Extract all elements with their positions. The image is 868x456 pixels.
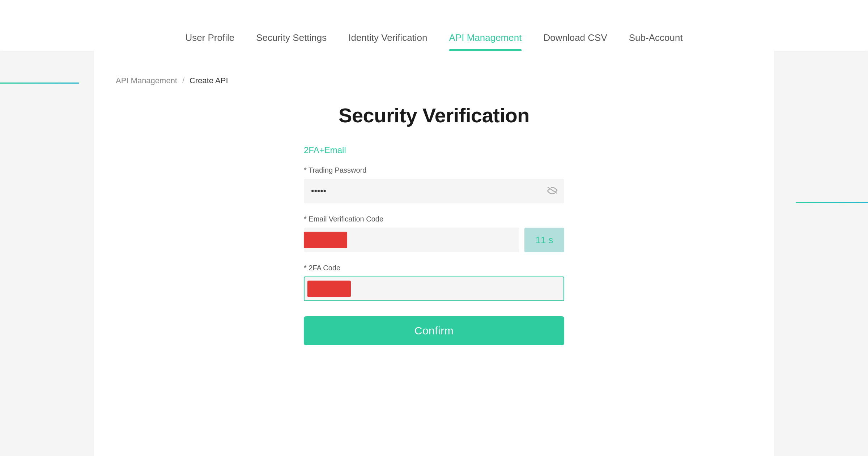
method-label: 2FA+Email	[304, 145, 564, 155]
breadcrumb: API Management / Create API	[94, 65, 774, 96]
nav-items: User Profile Security Settings Identity …	[185, 0, 682, 51]
deco-line-right	[796, 202, 868, 203]
tfa-code-input[interactable]	[304, 276, 564, 301]
nav-item-api-management[interactable]: API Management	[449, 0, 522, 51]
confirm-button[interactable]: Confirm	[304, 316, 564, 345]
email-verification-row: 11 s	[304, 228, 564, 252]
trading-password-wrapper	[304, 179, 564, 203]
main-content: API Management / Create API Security Ver…	[94, 51, 774, 456]
nav-item-identity-verification[interactable]: Identity Verification	[348, 0, 427, 51]
email-verification-input[interactable]	[304, 228, 519, 252]
email-verification-label: * Email Verification Code	[304, 215, 564, 223]
security-verification-form: Security Verification 2FA+Email * Tradin…	[289, 96, 579, 367]
breadcrumb-parent[interactable]: API Management	[116, 76, 177, 85]
trading-password-input[interactable]	[304, 179, 564, 203]
trading-password-label: * Trading Password	[304, 166, 564, 174]
breadcrumb-separator: /	[182, 76, 184, 85]
nav-item-sub-account[interactable]: Sub-Account	[629, 0, 683, 51]
resend-timer-button: 11 s	[524, 228, 564, 252]
page-title: Security Verification	[304, 104, 564, 127]
email-verification-group: * Email Verification Code 11 s	[304, 215, 564, 252]
deco-line-left	[0, 83, 79, 84]
trading-password-group: * Trading Password	[304, 166, 564, 203]
tfa-input-wrapper	[304, 276, 564, 301]
nav-item-security-settings[interactable]: Security Settings	[256, 0, 327, 51]
tfa-code-group: * 2FA Code	[304, 264, 564, 301]
tfa-code-label: * 2FA Code	[304, 264, 564, 272]
email-input-wrap	[304, 228, 519, 252]
nav-bar: User Profile Security Settings Identity …	[0, 0, 868, 51]
breadcrumb-current: Create API	[190, 76, 228, 85]
eye-off-icon[interactable]	[547, 186, 558, 197]
nav-item-user-profile[interactable]: User Profile	[185, 0, 234, 51]
nav-item-download-csv[interactable]: Download CSV	[543, 0, 607, 51]
